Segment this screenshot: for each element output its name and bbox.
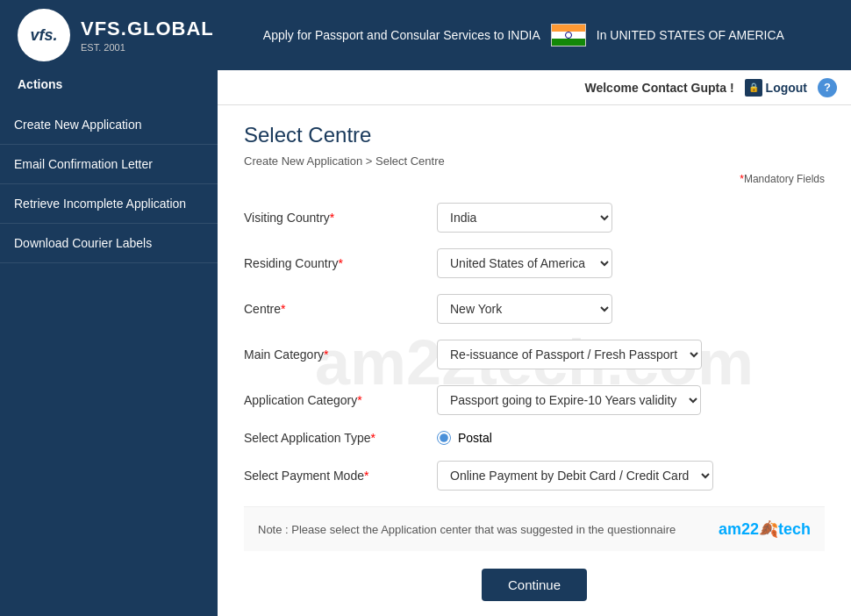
main-category-label: Main Category* (244, 347, 419, 362)
application-type-label: Select Application Type* (244, 431, 419, 445)
brand-name: VFS.GLOBAL (81, 18, 214, 40)
application-type-row: Select Application Type* Postal (244, 431, 825, 445)
form-area: Visiting Country* India Residing Country… (244, 203, 825, 491)
help-icon[interactable]: ? (818, 78, 837, 97)
main-category-select[interactable]: Re-issuance of Passport / Fresh Passport (437, 340, 702, 369)
application-category-label: Application Category* (244, 393, 419, 407)
header-center: Apply for Passport and Consular Services… (214, 24, 833, 47)
logo-area: vfs. VFS.GLOBAL EST. 2001 (18, 9, 214, 61)
actions-topbar: Actions Welcome Contact Gupta ! 🔒 Logout… (0, 70, 851, 105)
payment-mode-label: Select Payment Mode* (244, 469, 419, 483)
flag-green (552, 39, 585, 46)
residing-country-label: Residing Country* (244, 256, 419, 270)
residing-country-select[interactable]: United States of America (437, 248, 612, 278)
flag-ashoka (565, 32, 572, 39)
header: vfs. VFS.GLOBAL EST. 2001 Apply for Pass… (0, 0, 851, 70)
top-bar-right: Welcome Contact Gupta ! 🔒 Logout ? (218, 70, 851, 105)
application-type-radio-group: Postal (437, 431, 492, 445)
mandatory-note: *Mandatory Fields (244, 173, 825, 185)
sidebar-item-create-new-application[interactable]: Create New Application (0, 105, 218, 145)
centre-label: Centre* (244, 302, 419, 316)
postal-label: Postal (458, 431, 492, 445)
sidebar-item-retrieve-incomplete-application[interactable]: Retrieve Incomplete Application (0, 184, 218, 224)
sidebar-item-download-courier-labels[interactable]: Download Courier Labels (0, 224, 218, 263)
visiting-country-label: Visiting Country* (244, 211, 419, 225)
breadcrumb-current: Select Centre (375, 154, 445, 168)
sidebar: Create New Application Email Confirmatio… (0, 105, 218, 616)
breadcrumb-parent: Create New Application (244, 154, 362, 168)
breadcrumb-separator: > (366, 154, 375, 168)
actions-label: Actions (0, 70, 218, 105)
header-location: In UNITED STATES OF AMERICA (597, 28, 784, 42)
sidebar-item-email-confirmation-letter[interactable]: Email Confirmation Letter (0, 145, 218, 184)
content-area: am22tech.com Select Centre Create New Ap… (218, 105, 851, 616)
page-title: Select Centre (244, 123, 825, 147)
logo-circle: vfs. (18, 9, 70, 61)
payment-mode-select[interactable]: Online Payment by Debit Card / Credit Ca… (437, 461, 713, 491)
logout-button[interactable]: 🔒 Logout (745, 79, 807, 97)
note-text: Note : Please select the Application cen… (258, 523, 676, 536)
payment-mode-row: Select Payment Mode* Online Payment by D… (244, 461, 825, 491)
india-flag (551, 24, 586, 47)
main-category-row: Main Category* Re-issuance of Passport /… (244, 340, 825, 369)
postal-radio[interactable] (437, 431, 451, 445)
main-layout: Create New Application Email Confirmatio… (0, 105, 851, 616)
logout-icon: 🔒 (745, 79, 762, 97)
breadcrumb: Create New Application > Select Centre (244, 154, 825, 168)
flag-orange (552, 25, 585, 32)
residing-country-row: Residing Country* United States of Ameri… (244, 248, 825, 278)
welcome-text: Welcome Contact Gupta ! (584, 81, 733, 95)
flag-white (552, 32, 585, 39)
centre-select[interactable]: New York (437, 294, 612, 324)
application-category-select[interactable]: Passport going to Expire-10 Years validi… (437, 385, 701, 415)
visiting-country-row: Visiting Country* India (244, 203, 825, 233)
header-tagline: Apply for Passport and Consular Services… (263, 28, 540, 42)
continue-button[interactable]: Continue (482, 569, 587, 601)
continue-button-area: Continue (244, 569, 825, 601)
am22tech-logo: am22🍂tech (719, 519, 811, 539)
centre-row: Centre* New York (244, 294, 825, 324)
brand-sub: EST. 2001 (81, 42, 214, 53)
note-area: Note : Please select the Application cen… (244, 506, 825, 551)
application-category-row: Application Category* Passport going to … (244, 385, 825, 415)
visiting-country-select[interactable]: India (437, 203, 612, 233)
